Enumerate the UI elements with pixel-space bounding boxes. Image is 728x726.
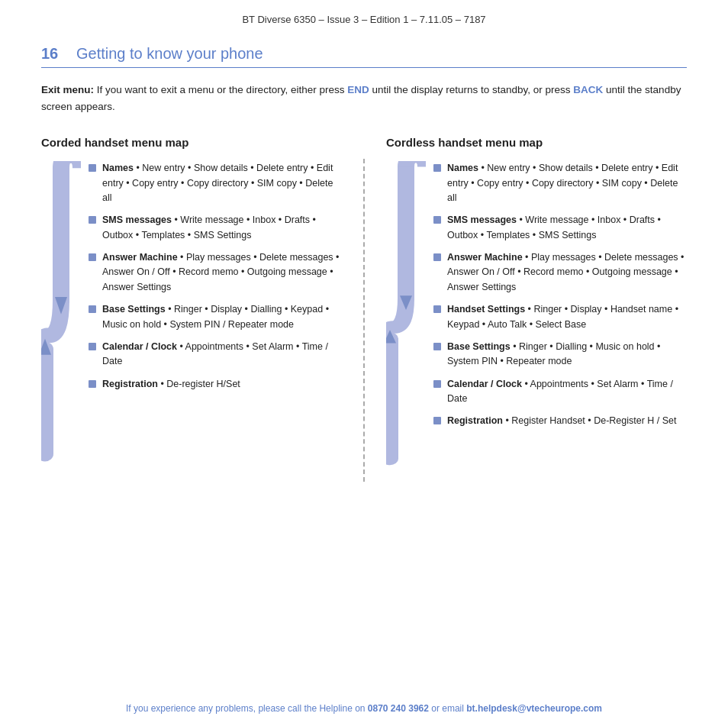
exit-menu-label: Exit menu: bbox=[41, 84, 94, 95]
cordless-dot-base bbox=[433, 343, 441, 350]
cordless-dot-answer bbox=[433, 253, 441, 261]
exit-menu-block: Exit menu: If you want to exit a menu or… bbox=[41, 82, 687, 115]
cordless-section-calendar: Calendar / Clock • Appointments • Set Al… bbox=[433, 377, 687, 407]
section-header: 16 Getting to know your phone bbox=[0, 31, 728, 67]
corded-content-sms: SMS messages • Write message • Inbox • D… bbox=[102, 213, 342, 243]
cordless-section-sms: SMS messages • Write message • Inbox • D… bbox=[433, 213, 687, 243]
footer-email: bt.helpdesk@vtecheurope.com bbox=[466, 703, 602, 714]
menu-maps: Corded handset menu map bbox=[27, 136, 701, 482]
section-number: 16 bbox=[41, 45, 63, 63]
cordless-map-title: Cordless handset menu map bbox=[386, 136, 687, 149]
footer-text-before: If you experience any problems, please c… bbox=[126, 703, 368, 714]
cordless-section-registration: Registration • Register Handset • De-Reg… bbox=[433, 414, 687, 428]
section-title: Getting to know your phone bbox=[76, 45, 263, 63]
corded-section-answer: Answer Machine • Play messages • Delete … bbox=[89, 250, 342, 295]
corded-content-base: Base Settings • Ringer • Display • Diall… bbox=[102, 302, 342, 332]
cordless-content-calendar: Calendar / Clock • Appointments • Set Al… bbox=[447, 377, 687, 407]
cordless-dot-sms bbox=[433, 216, 441, 224]
corded-map-title: Corded handset menu map bbox=[41, 136, 342, 149]
corded-map: Corded handset menu map bbox=[27, 136, 356, 482]
corded-content-calendar: Calendar / Clock • Appointments • Set Al… bbox=[102, 340, 342, 369]
cordless-dot-calendar bbox=[433, 380, 441, 388]
cordless-arrow-track bbox=[386, 161, 426, 482]
footer-text-between: or email bbox=[429, 703, 466, 714]
corded-section-registration: Registration • De-register H/Set bbox=[89, 377, 342, 392]
corded-arrow-svg bbox=[41, 161, 81, 482]
corded-section-sms: SMS messages • Write message • Inbox • D… bbox=[89, 213, 342, 243]
corded-dot-names bbox=[89, 164, 96, 172]
cordless-content-base: Base Settings • Ringer • Dialling • Musi… bbox=[447, 340, 687, 369]
cordless-content-sms: SMS messages • Write message • Inbox • D… bbox=[447, 213, 687, 243]
cordless-section-handset: Handset Settings • Ringer • Display • Ha… bbox=[433, 302, 687, 332]
page-header-text: BT Diverse 6350 – Issue 3 – Edition 1 – … bbox=[242, 14, 485, 25]
page-header: BT Diverse 6350 – Issue 3 – Edition 1 – … bbox=[0, 0, 728, 31]
corded-dot-answer bbox=[89, 253, 96, 261]
footer-phone: 0870 240 3962 bbox=[368, 703, 429, 714]
cordless-dot-registration bbox=[433, 417, 441, 424]
section-rule bbox=[41, 67, 687, 68]
end-keyword: END bbox=[347, 84, 369, 95]
corded-arrow-track bbox=[41, 161, 81, 482]
corded-section-names: Names • New entry • Show details • Delet… bbox=[89, 161, 342, 205]
corded-section-base: Base Settings • Ringer • Display • Diall… bbox=[89, 302, 342, 332]
cordless-section-answer: Answer Machine • Play messages • Delete … bbox=[433, 250, 687, 295]
corded-dot-registration bbox=[89, 380, 96, 388]
cordless-arrow-svg bbox=[386, 161, 426, 482]
cordless-content-handset: Handset Settings • Ringer • Display • Ha… bbox=[447, 302, 687, 332]
corded-dot-sms bbox=[89, 216, 96, 224]
cordless-dot-names bbox=[433, 164, 441, 172]
back-keyword: BACK bbox=[573, 84, 603, 95]
menu-divider bbox=[356, 136, 372, 482]
corded-map-body: Names • New entry • Show details • Delet… bbox=[41, 161, 342, 482]
cordless-section-names: Names • New entry • Show details • Delet… bbox=[433, 161, 687, 205]
corded-dot-base bbox=[89, 305, 96, 313]
cordless-content-answer: Answer Machine • Play messages • Delete … bbox=[447, 250, 687, 295]
exit-menu-text1: If you want to exit a menu or the direct… bbox=[94, 84, 347, 95]
corded-menu-items: Names • New entry • Show details • Delet… bbox=[89, 161, 342, 482]
cordless-map: Cordless handset menu map bbox=[372, 136, 701, 482]
corded-section-calendar: Calendar / Clock • Appointments • Set Al… bbox=[89, 340, 342, 369]
cordless-content-registration: Registration • Register Handset • De-Reg… bbox=[447, 414, 677, 428]
cordless-menu-items: Names • New entry • Show details • Delet… bbox=[433, 161, 687, 482]
exit-menu-text2: until the display returns to standby, or… bbox=[369, 84, 574, 95]
corded-content-names: Names • New entry • Show details • Delet… bbox=[102, 161, 342, 205]
page-footer: If you experience any problems, please c… bbox=[0, 703, 728, 714]
cordless-dot-handset bbox=[433, 305, 441, 313]
corded-content-registration: Registration • De-register H/Set bbox=[102, 377, 240, 392]
corded-dot-calendar bbox=[89, 343, 96, 350]
cordless-section-base: Base Settings • Ringer • Dialling • Musi… bbox=[433, 340, 687, 369]
corded-content-answer: Answer Machine • Play messages • Delete … bbox=[102, 250, 342, 295]
cordless-content-names: Names • New entry • Show details • Delet… bbox=[447, 161, 687, 205]
divider-line bbox=[363, 159, 365, 482]
cordless-map-body: Names • New entry • Show details • Delet… bbox=[386, 161, 687, 482]
